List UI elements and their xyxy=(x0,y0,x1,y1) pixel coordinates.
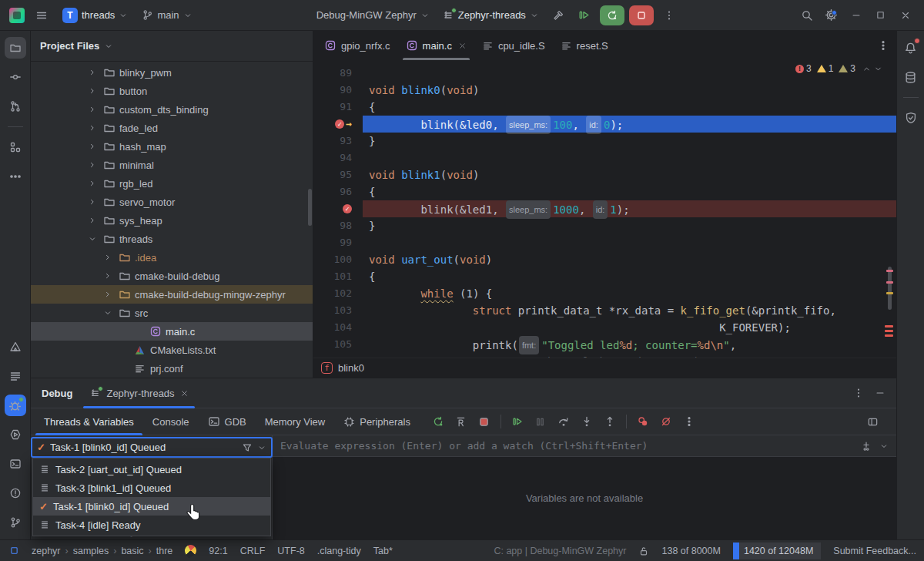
close-tab-icon[interactable] xyxy=(458,42,467,50)
mute-breakpoints-button[interactable] xyxy=(656,412,676,432)
code-line-text[interactable]: { xyxy=(363,99,896,116)
tree-item-cmake-build-debug-mingw-zephyr[interactable]: cmake-build-debug-mingw-zephyr xyxy=(31,285,313,304)
submit-feedback[interactable]: Submit Feedback... xyxy=(833,546,916,556)
status-breadcrumb-zephyr[interactable]: zephyr xyxy=(32,546,61,556)
gutter-line-90[interactable]: 90 xyxy=(313,82,363,99)
chevron-right-icon[interactable] xyxy=(86,105,99,114)
code-line-text[interactable]: { xyxy=(363,268,896,285)
rerun-button[interactable] xyxy=(428,412,448,432)
inspections-widget[interactable]: ! 3 1 3 xyxy=(795,63,882,74)
chevron-right-icon[interactable] xyxy=(102,271,114,280)
evaluate-expression-bar[interactable]: Evaluate expression (Enter) or add a wat… xyxy=(273,435,896,457)
tree-item-main-c[interactable]: main.c xyxy=(31,322,313,341)
rerun-stop-button[interactable] xyxy=(451,412,471,432)
chevron-right-icon[interactable] xyxy=(86,68,99,77)
tool-qodana-button[interactable] xyxy=(900,107,922,129)
tool-database-button[interactable] xyxy=(900,66,922,88)
debug-tab-gdb[interactable]: GDB xyxy=(199,408,255,435)
code-line-text[interactable]: while (1) { xyxy=(363,285,896,302)
code-line-text[interactable] xyxy=(363,234,896,251)
tool-run-button[interactable] xyxy=(5,424,26,445)
settings-button[interactable] xyxy=(821,5,842,26)
gutter-line-94[interactable]: 94 xyxy=(313,149,363,166)
step-over-button[interactable] xyxy=(554,412,574,432)
code-line-text[interactable]: K_FOREVER); xyxy=(363,319,896,336)
chevron-down-icon[interactable] xyxy=(257,443,266,452)
gutter-line-98[interactable]: 98 xyxy=(313,217,363,234)
gutter-line-104[interactable]: 104 xyxy=(313,319,363,336)
memory-indicator[interactable]: 1420 of 12048M xyxy=(733,543,821,559)
clang-tidy[interactable]: .clang-tidy xyxy=(317,546,361,556)
gutter-line-103[interactable]: 103 xyxy=(313,302,363,319)
resume-program-button[interactable] xyxy=(574,5,595,26)
chevron-right-icon[interactable] xyxy=(86,216,99,225)
tree-item-hash-map[interactable]: hash_map xyxy=(31,137,313,156)
thread-option-2[interactable]: Task-3 [blink1_id] Queued xyxy=(33,479,270,497)
main-menu-button[interactable] xyxy=(31,5,52,26)
breakpoint-icon[interactable]: ✓ xyxy=(335,119,344,129)
project-panel-header[interactable]: Project Files xyxy=(31,31,313,62)
breadcrumb-function[interactable]: blink0 xyxy=(338,362,364,374)
thread-option-3[interactable]: ✓Task-1 [blink0_id] Queued xyxy=(33,497,270,516)
status-breadcrumb-thre[interactable]: thre xyxy=(156,546,173,556)
code-line-text[interactable]: void blink0(void) xyxy=(363,82,896,99)
chevron-right-icon[interactable] xyxy=(86,160,99,170)
tree-item-button[interactable]: button xyxy=(31,82,313,100)
tool-structure-button[interactable] xyxy=(5,136,26,158)
editor-tab-reset-s[interactable]: reset.S xyxy=(553,31,616,60)
chevron-right-icon[interactable] xyxy=(86,197,99,207)
tree-item-fade-led[interactable]: fade_led xyxy=(31,119,313,137)
tree-item--idea[interactable]: .idea xyxy=(31,248,313,267)
pause-button[interactable] xyxy=(531,412,551,432)
next-issue-icon[interactable] xyxy=(874,65,882,73)
chevron-down-icon[interactable] xyxy=(86,234,99,244)
tree-item-custom-dts-binding[interactable]: custom_dts_binding xyxy=(31,100,313,119)
editor-tabs-options-icon[interactable] xyxy=(878,40,889,51)
code-line-text[interactable]: { xyxy=(363,183,896,200)
chevron-right-icon[interactable] xyxy=(86,86,99,96)
close-button[interactable] xyxy=(895,5,916,26)
more-actions-button[interactable] xyxy=(658,5,680,26)
editor-tab-gpio-nrfx-c[interactable]: gpio_nrfx.c xyxy=(316,31,398,60)
chevron-right-icon[interactable] xyxy=(102,253,114,262)
breakpoint-icon[interactable]: ✓ xyxy=(343,204,352,213)
tool-more-tool-windows-button[interactable] xyxy=(5,166,26,187)
tool-version-control-button[interactable] xyxy=(5,512,26,533)
thread-selector-combo[interactable]: ✓ Task-1 [blink0_id] Queued xyxy=(31,437,273,458)
gutter-line-96[interactable]: 96 xyxy=(313,183,363,200)
rerun-debug-button[interactable] xyxy=(600,5,624,25)
more-button[interactable] xyxy=(679,412,699,432)
gutter-line-106[interactable]: 106 xyxy=(313,353,363,358)
tool-problems-button[interactable] xyxy=(5,482,26,504)
tool-terminal-button[interactable] xyxy=(5,453,26,475)
tree-item-cmakelists-txt[interactable]: CMakeLists.txt xyxy=(31,341,313,359)
tool-notifications-button[interactable] xyxy=(900,37,922,59)
tool-cmake-button[interactable] xyxy=(5,336,26,358)
run-config-selector[interactable]: Zephyr-threads xyxy=(438,5,543,26)
tree-item-cmake-build-debug[interactable]: cmake-build-debug xyxy=(31,267,313,285)
tree-item-prj-conf[interactable]: prj.conf xyxy=(31,359,313,378)
stop-button[interactable] xyxy=(629,5,654,25)
gutter-line-95[interactable]: 95 xyxy=(313,166,363,183)
code-line-text[interactable]: } xyxy=(363,133,896,149)
maximize-button[interactable] xyxy=(870,5,892,26)
tree-item-servo-motor[interactable]: servo_motor xyxy=(31,193,313,211)
chevron-right-icon[interactable] xyxy=(102,290,114,299)
search-everywhere-button[interactable] xyxy=(796,5,818,26)
debug-tab-peripherals[interactable]: Peripherals xyxy=(335,408,419,435)
tree-item-src[interactable]: src xyxy=(31,304,313,322)
chevron-down-icon[interactable] xyxy=(102,308,114,317)
file-encoding[interactable]: UTF-8 xyxy=(277,546,304,556)
debug-tab-threads-variables[interactable]: Threads & Variables xyxy=(35,408,142,435)
code-line-text[interactable]: blink(&led1, sleep_ms:1000, id:1); xyxy=(363,200,896,217)
editor-scrollbar[interactable] xyxy=(886,60,895,358)
view-breakpoints-button[interactable] xyxy=(633,412,653,432)
filter-icon[interactable] xyxy=(242,442,253,453)
gutter-line-101[interactable]: 101 xyxy=(313,268,363,285)
stop-button[interactable] xyxy=(474,412,494,432)
step-into-button[interactable] xyxy=(577,412,597,432)
gutter-line-102[interactable]: 102 xyxy=(313,285,363,302)
debug-session-tab[interactable]: Zephyr-threads xyxy=(86,378,191,408)
gutter-line-100[interactable]: 100 xyxy=(313,251,363,268)
project-widget[interactable]: T threads xyxy=(59,5,132,26)
